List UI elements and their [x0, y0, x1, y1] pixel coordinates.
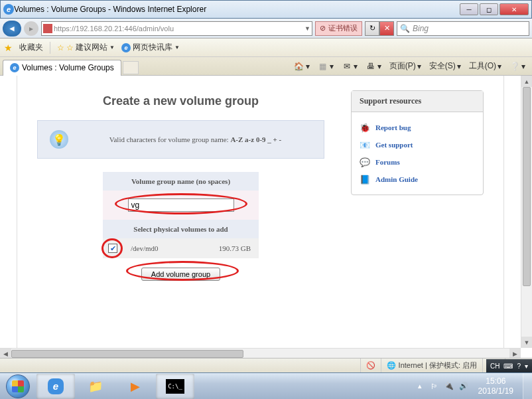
- shield-error-icon: ⊘: [320, 24, 326, 33]
- favorites-label[interactable]: 收藏夹: [19, 42, 43, 53]
- print-button[interactable]: 🖶▾: [362, 59, 385, 74]
- back-button[interactable]: ◄: [3, 21, 21, 37]
- status-bar: 🚫 🌐 Internet | 保护模式: 启用 🛡▾ 🔍 ▾: [0, 358, 532, 372]
- pv-device: /dev/md0: [123, 239, 211, 258]
- address-url: https://192.168.20.21:446/admin/volu: [54, 25, 304, 33]
- taskbar-cmd[interactable]: C:\_: [156, 374, 194, 399]
- search-box[interactable]: 🔍 Bing: [397, 21, 529, 36]
- scroll-down-arrow[interactable]: ▼: [521, 337, 532, 348]
- system-tray: ▴ 🏳 🔌 🔊 15:06 2018/1/19: [411, 376, 523, 396]
- new-tab-button[interactable]: [123, 61, 139, 74]
- taskbar-ie[interactable]: e: [36, 374, 75, 399]
- folder-icon: 📁: [86, 378, 105, 395]
- add-volume-group-button[interactable]: Add volume group: [141, 268, 220, 281]
- vg-name-header: Volume group name (no spaces): [103, 172, 259, 191]
- lang-indicator[interactable]: CH: [490, 362, 499, 370]
- tray-network-icon[interactable]: 🔌: [444, 381, 454, 392]
- page-menu[interactable]: 页面(P) ▾: [385, 59, 425, 74]
- lang-options-icon[interactable]: ▾: [525, 362, 528, 370]
- info-box: 💡 Valid characters for volume group name…: [37, 120, 324, 159]
- tray-action-center-icon[interactable]: 🏳: [429, 381, 440, 392]
- vg-name-input[interactable]: [128, 199, 234, 212]
- support-link-3[interactable]: 📘Admin Guide: [360, 171, 475, 188]
- ie-icon: e: [3, 4, 14, 15]
- scroll-thumb-h[interactable]: [11, 350, 243, 358]
- feeds-button[interactable]: ▦▾: [314, 59, 338, 74]
- globe-icon: 🌐: [387, 361, 396, 370]
- info-text: Valid characters for volume group name: …: [79, 134, 312, 145]
- cmd-icon: C:\_: [166, 379, 184, 394]
- mail-icon: ✉: [342, 61, 352, 72]
- page-heading: Create a new volume group: [37, 94, 324, 108]
- rss-icon: ▦: [318, 61, 328, 72]
- support-link-2[interactable]: 💬Forums: [360, 153, 475, 171]
- lang-help-icon[interactable]: ?: [517, 362, 521, 370]
- star-icon: ☆: [57, 43, 64, 52]
- ime-icon[interactable]: ⌨: [503, 362, 513, 370]
- support-link-text: Report bug: [375, 123, 411, 131]
- media-icon: ▶: [125, 378, 145, 395]
- pv-size: 190.73 GB: [211, 239, 259, 258]
- support-icon: 🐞: [360, 122, 370, 133]
- support-link-0[interactable]: 🐞Report bug: [360, 119, 475, 136]
- tray-clock[interactable]: 15:06 2018/1/19: [473, 376, 519, 396]
- create-vg-form: Volume group name (no spaces) Select phy…: [103, 172, 259, 290]
- windows-orb-icon: [6, 374, 30, 398]
- ie-icon: e: [10, 63, 19, 72]
- scroll-thumb[interactable]: [523, 87, 531, 286]
- tools-menu[interactable]: 工具(O) ▾: [465, 59, 505, 74]
- close-button[interactable]: ✕: [499, 3, 529, 15]
- pv-select-header: Select physical volumes to add: [103, 220, 259, 238]
- popup-blocker-icon[interactable]: 🚫: [360, 359, 381, 372]
- scroll-up-arrow[interactable]: ▲: [521, 76, 532, 87]
- cert-error-text: 证书错误: [328, 23, 358, 33]
- dropdown-icon[interactable]: ▼: [304, 25, 310, 32]
- support-link-text: Get support: [375, 141, 413, 149]
- window-titlebar: e Volumes : Volume Groups - Windows Inte…: [0, 0, 532, 19]
- tray-show-hidden[interactable]: ▴: [415, 381, 425, 392]
- maximize-button[interactable]: ◻: [480, 3, 498, 15]
- star-icon-2: ☆: [66, 43, 74, 52]
- support-link-1[interactable]: 📧Get support: [360, 136, 475, 153]
- support-icon: 💬: [360, 157, 370, 167]
- ie-icon: e: [121, 43, 131, 52]
- favorites-star-icon[interactable]: ★: [4, 42, 13, 53]
- nav-toolbar: ◄ ▸ https://192.168.20.21:446/admin/volu…: [0, 19, 532, 39]
- support-resources-box: Support resources 🐞Report bug📧Get suppor…: [351, 90, 484, 195]
- tray-volume-icon[interactable]: 🔊: [458, 381, 469, 392]
- search-icon: 🔍: [400, 24, 410, 33]
- address-bar[interactable]: https://192.168.20.21:446/admin/volu ▼: [41, 21, 312, 36]
- web-slice-link[interactable]: e 网页快讯库 ▼: [121, 42, 180, 53]
- help-button[interactable]: ❔▾: [505, 59, 529, 74]
- help-icon: ❔: [509, 61, 520, 72]
- taskbar: e 📁 ▶ C:\_ ▴ 🏳 🔌 🔊 15:06 2018/1/19: [0, 372, 532, 399]
- support-icon: 📘: [360, 174, 370, 185]
- taskbar-media-player[interactable]: ▶: [116, 374, 155, 399]
- mail-button[interactable]: ✉▾: [338, 59, 362, 74]
- support-heading: Support resources: [352, 91, 483, 112]
- forward-button[interactable]: ▸: [24, 21, 38, 36]
- language-bar[interactable]: CH ⌨ ? ▾: [486, 359, 532, 372]
- safety-menu[interactable]: 安全(S) ▾: [425, 59, 465, 74]
- refresh-button[interactable]: ↻: [365, 21, 379, 36]
- tab-active[interactable]: e Volumes : Volume Groups: [3, 60, 121, 76]
- content-area: Create a new volume group 💡 Valid charac…: [0, 76, 532, 359]
- home-button[interactable]: 🏠▾: [290, 59, 314, 74]
- stop-button[interactable]: ✕: [379, 21, 394, 36]
- vertical-scrollbar[interactable]: ▲ ▼: [521, 76, 532, 348]
- pv-row: ✔ /dev/md0 190.73 GB: [103, 238, 259, 258]
- support-icon: 📧: [360, 139, 370, 150]
- start-button[interactable]: [0, 373, 36, 400]
- show-desktop-button[interactable]: [523, 373, 532, 400]
- pv-checkbox[interactable]: ✔: [108, 244, 117, 253]
- tray-time: 15:06: [478, 376, 513, 386]
- search-placeholder: Bing: [413, 24, 429, 33]
- support-link-text: Forums: [375, 158, 400, 166]
- internet-zone[interactable]: 🌐 Internet | 保护模式: 启用: [381, 359, 482, 372]
- minimize-button[interactable]: ─: [460, 3, 478, 15]
- suggested-sites-link[interactable]: ☆ ☆ 建议网站 ▼: [57, 42, 115, 53]
- bulb-icon: 💡: [50, 130, 68, 149]
- support-link-text: Admin Guide: [375, 175, 418, 183]
- taskbar-explorer[interactable]: 📁: [76, 374, 115, 399]
- cert-error-badge[interactable]: ⊘ 证书错误: [315, 21, 362, 36]
